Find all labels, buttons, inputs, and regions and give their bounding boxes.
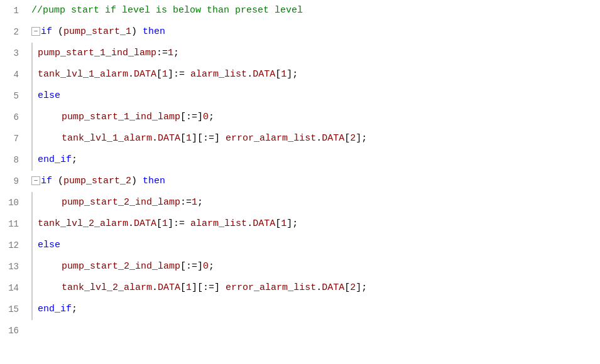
line-number-13: 13	[5, 256, 19, 277]
code-line-8: end_if;	[31, 149, 594, 171]
code-line-15: tank_lvl_2_alarm.DATA[1][:=] error_alarm…	[31, 277, 594, 299]
vertical-line	[31, 299, 33, 320]
token-normal: ];	[286, 213, 298, 235]
token-identifier: 1	[162, 64, 168, 85]
token-normal: ];	[356, 128, 367, 149]
code-line-7: tank_lvl_1_alarm.DATA[1][:=] error_alarm…	[31, 128, 594, 149]
vertical-line	[31, 235, 33, 256]
vertical-line	[31, 85, 33, 107]
token-normal: ;	[209, 107, 214, 128]
token-normal: [	[156, 213, 162, 235]
code-line-12: tank_lvl_2_alarm.DATA[1]:= alarm_list.DA…	[31, 213, 594, 235]
token-identifier: 2	[350, 277, 356, 299]
token-normal: ]:=	[168, 213, 190, 235]
collapse-button[interactable]: −	[31, 27, 40, 36]
token-identifier: 1	[186, 277, 192, 299]
token-normal: ];	[356, 277, 367, 299]
token-identifier: 0	[203, 256, 209, 277]
line-number-2: 2	[5, 21, 19, 43]
token-normal: [	[180, 128, 186, 149]
token-normal: ;	[72, 299, 77, 320]
token-normal: .	[247, 213, 253, 235]
token-normal: [	[275, 213, 281, 235]
vertical-line	[31, 107, 33, 128]
token-identifier: DATA	[322, 277, 344, 299]
token-normal: [	[344, 128, 350, 149]
token-keyword: else	[38, 85, 60, 107]
token-normal: .	[128, 213, 134, 235]
line-number-5: 5	[5, 85, 19, 107]
token-normal: [	[344, 277, 350, 299]
token-identifier: 1	[281, 64, 286, 85]
token-identifier: 2	[350, 128, 356, 149]
code-line-3: pump_start_1_ind_lamp:=1;	[31, 43, 594, 64]
vertical-line	[31, 149, 33, 171]
vertical-line	[31, 43, 33, 64]
token-keyword: then	[143, 171, 165, 192]
token-identifier: DATA	[134, 64, 156, 85]
code-editor: 12345678910111213141516 //pump start if …	[0, 0, 600, 364]
code-line-10: −if (pump_start_2) then	[31, 171, 594, 192]
token-identifier: 1	[162, 213, 168, 235]
code-line-5: else	[31, 85, 594, 107]
token-normal: ;	[173, 43, 179, 64]
token-identifier: pump_start_2_ind_lamp	[62, 256, 180, 277]
token-identifier: pump_start_1_ind_lamp	[62, 107, 180, 128]
token-identifier: 1	[281, 213, 286, 235]
token-normal: ]:=	[168, 64, 190, 85]
token-normal: )	[131, 171, 143, 192]
token-normal: ][:=]	[192, 128, 226, 149]
token-identifier: 0	[203, 107, 209, 128]
token-normal: (	[52, 171, 63, 192]
token-keyword: end_if	[38, 299, 72, 320]
token-identifier: alarm_list	[190, 213, 247, 235]
line-number-14: 14	[5, 277, 19, 299]
token-identifier: tank_lvl_2_alarm	[38, 213, 128, 235]
line-number-7: 7	[5, 128, 19, 149]
code-line-6: pump_start_1_ind_lamp[:=]0;	[31, 107, 594, 128]
token-normal: [	[156, 64, 162, 85]
token-comment: //pump start if level is below than pres…	[31, 0, 303, 21]
line-number-10: 10	[5, 192, 19, 213]
token-normal: :=	[180, 192, 192, 213]
token-identifier: 1	[192, 192, 197, 213]
token-normal: .	[247, 64, 253, 85]
token-normal: .	[128, 64, 134, 85]
token-normal: [	[275, 64, 281, 85]
token-normal: .	[316, 277, 322, 299]
token-normal: [:=]	[180, 256, 203, 277]
token-identifier: pump_start_1_ind_lamp	[38, 43, 156, 64]
line-number-11: 11	[5, 213, 19, 235]
line-number-3: 3	[5, 43, 19, 64]
line-number-16: 16	[5, 320, 19, 341]
line-number-9: 9	[5, 171, 19, 192]
line-number-4: 4	[5, 64, 19, 85]
token-identifier: tank_lvl_2_alarm	[62, 277, 152, 299]
token-keyword: if	[41, 171, 52, 192]
token-normal: ];	[286, 64, 298, 85]
token-identifier: 1	[186, 128, 192, 149]
token-normal: (	[52, 21, 63, 43]
collapse-button[interactable]: −	[31, 176, 40, 185]
token-identifier: alarm_list	[190, 64, 247, 85]
token-identifier: DATA	[322, 128, 344, 149]
code-area: //pump start if level is below than pres…	[25, 0, 600, 364]
vertical-line	[31, 277, 33, 299]
line-number-12: 12	[5, 235, 19, 256]
code-line-16: end_if;	[31, 299, 594, 320]
token-identifier: tank_lvl_1_alarm	[62, 128, 152, 149]
token-keyword: else	[38, 235, 60, 256]
token-identifier: error_alarm_list	[226, 128, 316, 149]
token-keyword: if	[41, 21, 52, 43]
token-identifier: pump_start_2_ind_lamp	[62, 192, 180, 213]
token-identifier: pump_start_2	[63, 171, 131, 192]
token-normal: ;	[197, 192, 203, 213]
code-line-14: pump_start_2_ind_lamp[:=]0;	[31, 256, 594, 277]
token-normal: [:=]	[180, 107, 203, 128]
line-number-15: 15	[5, 299, 19, 320]
token-identifier: pump_start_1	[63, 21, 131, 43]
code-line-1: //pump start if level is below than pres…	[31, 0, 594, 21]
line-number-gutter: 12345678910111213141516	[0, 0, 25, 364]
token-identifier: 1	[168, 43, 173, 64]
token-normal: .	[316, 128, 322, 149]
